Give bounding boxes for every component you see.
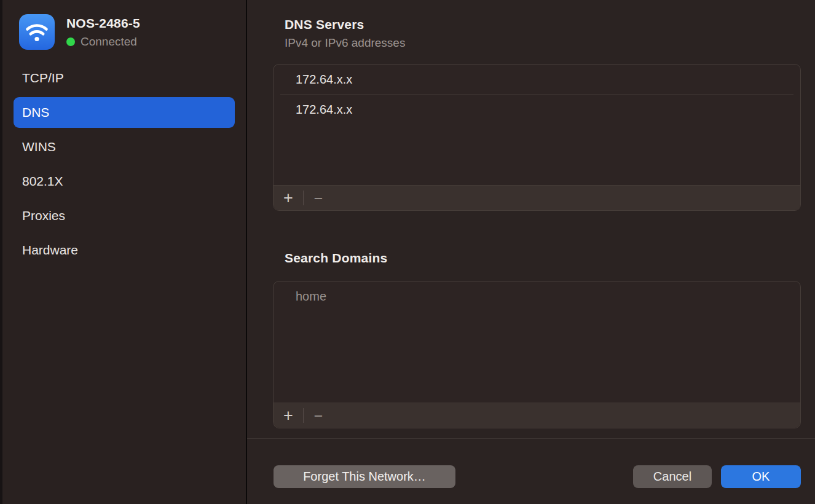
dns-server-row[interactable]: 172.64.x.x	[274, 65, 800, 94]
wifi-icon	[19, 14, 55, 50]
remove-search-domain-button[interactable]: −	[304, 403, 333, 428]
status-dot-icon	[66, 37, 75, 46]
window-edge	[0, 0, 2, 504]
sidebar-item-wins[interactable]: WINS	[14, 132, 235, 162]
connection-status: Connected	[66, 35, 137, 49]
forget-network-button[interactable]: Forget This Network…	[274, 465, 455, 488]
search-domains-rows: home	[274, 282, 800, 311]
sidebar-item-8021x[interactable]: 802.1X	[14, 166, 235, 197]
dns-servers-list: 172.64.x.x 172.64.x.x + −	[273, 64, 801, 211]
dns-servers-list-footer: + −	[274, 185, 800, 210]
content-panel: DNS Servers IPv4 or IPv6 addresses 172.6…	[247, 0, 815, 504]
sidebar-item-proxies[interactable]: Proxies	[14, 200, 235, 231]
network-name: NOS-2486-5	[66, 16, 140, 31]
dns-server-row[interactable]: 172.64.x.x	[274, 95, 800, 124]
sidebar-item-tcpip[interactable]: TCP/IP	[14, 63, 235, 93]
dns-servers-rows: 172.64.x.x 172.64.x.x	[274, 65, 800, 124]
content-divider	[247, 438, 815, 439]
add-dns-server-button[interactable]: +	[274, 186, 303, 211]
dns-servers-subtitle: IPv4 or IPv6 addresses	[285, 36, 405, 50]
sidebar-content-divider	[246, 0, 247, 504]
add-search-domain-button[interactable]: +	[274, 403, 303, 428]
dns-servers-title: DNS Servers	[285, 17, 364, 32]
search-domains-title: Search Domains	[285, 251, 387, 266]
cancel-button[interactable]: Cancel	[633, 465, 712, 488]
sidebar: NOS-2486-5 Connected TCP/IP DNS WINS 802…	[0, 0, 246, 504]
sidebar-menu: TCP/IP DNS WINS 802.1X Proxies Hardware	[14, 63, 235, 269]
remove-dns-server-button[interactable]: −	[304, 186, 333, 211]
search-domains-list: home + −	[273, 281, 801, 428]
sidebar-item-dns[interactable]: DNS	[14, 97, 235, 128]
connection-status-label: Connected	[81, 35, 137, 49]
sidebar-item-hardware[interactable]: Hardware	[14, 235, 235, 266]
ok-button[interactable]: OK	[721, 465, 801, 488]
search-domain-row[interactable]: home	[274, 282, 800, 311]
search-domains-list-footer: + −	[274, 403, 800, 428]
